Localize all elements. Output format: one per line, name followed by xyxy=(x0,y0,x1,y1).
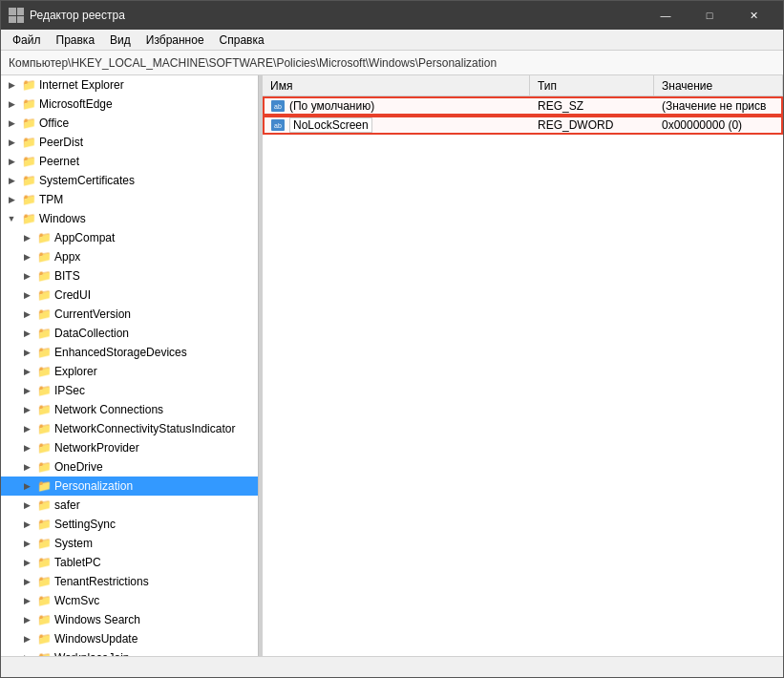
expand-icon-microsoftedge[interactable] xyxy=(5,97,18,111)
folder-icon-windowssearch: 📁 xyxy=(36,613,52,626)
expand-icon-system[interactable] xyxy=(20,537,33,550)
col-header-type[interactable]: Тип xyxy=(530,75,654,95)
tree-item-currentversion[interactable]: 📁CurrentVersion xyxy=(1,305,258,324)
expand-icon-appx[interactable] xyxy=(20,250,33,264)
expand-icon-settingsync[interactable] xyxy=(20,518,33,531)
expand-icon-ipsec[interactable] xyxy=(20,384,33,397)
expand-icon-onedrive[interactable] xyxy=(20,460,33,474)
expand-icon-office[interactable] xyxy=(5,117,18,130)
expand-icon-wcmsvc[interactable] xyxy=(20,594,33,607)
tree-label-appx: Appx xyxy=(54,250,80,264)
expand-icon-datacollection[interactable] xyxy=(20,327,33,340)
tree-item-wcmsvc[interactable]: 📁WcmSvc xyxy=(1,591,258,610)
expand-icon-enhancedstoragedevices[interactable] xyxy=(20,346,33,359)
tree-item-microsoftedge[interactable]: 📁MicrosoftEdge xyxy=(1,95,258,114)
details-rows: ab(По умолчанию)REG_SZ(Значение не присв… xyxy=(263,96,783,656)
tree-label-networkconnections: Network Connections xyxy=(54,403,163,416)
tree-label-bits: BITS xyxy=(54,269,80,283)
expand-icon-credui[interactable] xyxy=(20,288,33,302)
tree-label-settingsync: SettingSync xyxy=(54,518,116,531)
tree-item-appcompat[interactable]: 📁AppCompat xyxy=(1,228,258,247)
expand-icon-peernet[interactable] xyxy=(5,155,18,168)
tree-label-datacollection: DataCollection xyxy=(54,327,129,340)
expand-icon-tabletpc[interactable] xyxy=(20,556,33,569)
tree-item-networkprovider[interactable]: 📁NetworkProvider xyxy=(1,438,258,457)
folder-icon-microsoftedge: 📁 xyxy=(21,97,36,111)
tree-pane[interactable]: 📁Internet Explorer📁MicrosoftEdge📁Office📁… xyxy=(1,75,259,656)
tree-item-onedrive[interactable]: 📁OneDrive xyxy=(1,457,258,477)
tree-item-tabletpc[interactable]: 📁TabletPC xyxy=(1,553,258,572)
folder-icon-tpm: 📁 xyxy=(21,193,36,206)
tree-item-windowsupdate[interactable]: 📁WindowsUpdate xyxy=(1,629,258,648)
expand-icon-peerdist[interactable] xyxy=(5,136,18,149)
expand-icon-tenantrestrictions[interactable] xyxy=(20,575,33,588)
tree-item-networkconnectivitystatusindicator[interactable]: 📁NetworkConnectivityStatusIndicator xyxy=(1,419,258,438)
tree-item-personalization[interactable]: 📁Personalization xyxy=(1,477,258,496)
menu-edit[interactable]: Правка xyxy=(49,32,103,49)
tree-item-networkconnections[interactable]: 📁Network Connections xyxy=(1,400,258,419)
details-row-default[interactable]: ab(По умолчанию)REG_SZ(Значение не присв xyxy=(263,96,783,116)
expand-icon-internet-explorer[interactable] xyxy=(5,78,18,92)
cell-type-default: REG_SZ xyxy=(530,99,654,113)
tree-item-tenantrestrictions[interactable]: 📁TenantRestrictions xyxy=(1,572,258,591)
expand-icon-networkconnections[interactable] xyxy=(20,403,33,416)
main-content: 📁Internet Explorer📁MicrosoftEdge📁Office📁… xyxy=(1,75,783,656)
menu-favorites[interactable]: Избранное xyxy=(138,32,212,49)
tree-item-peerdist[interactable]: 📁PeerDist xyxy=(1,133,258,152)
name-text-nolockscreen: NoLockScreen xyxy=(289,117,372,133)
tree-item-appx[interactable]: 📁Appx xyxy=(1,247,258,266)
tree-label-system: System xyxy=(54,537,93,550)
menu-file[interactable]: Файл xyxy=(5,32,49,49)
details-row-nolockscreen[interactable]: abNoLockScreenREG_DWORD0x00000000 (0) xyxy=(263,116,783,135)
expand-icon-bits[interactable] xyxy=(20,269,33,283)
expand-icon-windowsupdate[interactable] xyxy=(20,632,33,646)
titlebar: Редактор реестра — □ ✕ xyxy=(1,1,783,30)
tree-item-datacollection[interactable]: 📁DataCollection xyxy=(1,324,258,343)
expand-icon-networkconnectivitystatusindicator[interactable] xyxy=(20,422,33,435)
tree-item-enhancedstoragedevices[interactable]: 📁EnhancedStorageDevices xyxy=(1,343,258,362)
expand-icon-networkprovider[interactable] xyxy=(20,441,33,455)
expand-icon-currentversion[interactable] xyxy=(20,307,33,321)
tree-item-tpm[interactable]: 📁TPM xyxy=(1,190,258,209)
tree-item-office[interactable]: 📁Office xyxy=(1,114,258,133)
folder-icon-bits: 📁 xyxy=(36,269,52,283)
tree-item-safer[interactable]: 📁safer xyxy=(1,496,258,515)
tree-item-settingsync[interactable]: 📁SettingSync xyxy=(1,515,258,534)
maximize-button[interactable]: □ xyxy=(688,1,731,30)
expand-icon-safer[interactable] xyxy=(20,498,33,512)
expand-icon-tpm[interactable] xyxy=(5,193,18,206)
folder-icon-appx: 📁 xyxy=(36,250,52,264)
tree-item-ipsec[interactable]: 📁IPSec xyxy=(1,381,258,400)
tree-item-bits[interactable]: 📁BITS xyxy=(1,266,258,286)
col-header-value[interactable]: Значение xyxy=(654,75,783,95)
name-text-default: (По умолчанию) xyxy=(289,99,374,113)
expand-icon-explorer[interactable] xyxy=(20,365,33,378)
tree-item-credui[interactable]: 📁CredUI xyxy=(1,286,258,305)
tree-item-explorer[interactable]: 📁Explorer xyxy=(1,362,258,381)
expand-icon-systemcertificates[interactable] xyxy=(5,174,18,187)
expand-icon-personalization[interactable] xyxy=(20,479,33,493)
close-button[interactable]: ✕ xyxy=(731,1,775,30)
menu-view[interactable]: Вид xyxy=(102,32,138,49)
menu-help[interactable]: Справка xyxy=(212,32,272,49)
tree-item-workplacejoin[interactable]: 📁WorkplaceJoin xyxy=(1,648,258,656)
tree-label-appcompat: AppCompat xyxy=(54,231,115,244)
addressbar: Компьютер\HKEY_LOCAL_MACHINE\SOFTWARE\Po… xyxy=(1,51,783,75)
folder-icon-personalization: 📁 xyxy=(36,479,52,493)
tree-label-credui: CredUI xyxy=(54,288,91,302)
tree-item-windows[interactable]: 📁Windows xyxy=(1,209,258,228)
tree-item-systemcertificates[interactable]: 📁SystemCertificates xyxy=(1,171,258,190)
tree-label-onedrive: OneDrive xyxy=(54,460,103,474)
minimize-button[interactable]: — xyxy=(644,1,688,30)
tree-item-internet-explorer[interactable]: 📁Internet Explorer xyxy=(1,75,258,95)
folder-icon-currentversion: 📁 xyxy=(36,307,52,321)
tree-label-peernet: Peernet xyxy=(39,155,79,168)
tree-item-windowssearch[interactable]: 📁Windows Search xyxy=(1,610,258,629)
tree-item-peernet[interactable]: 📁Peernet xyxy=(1,152,258,171)
expand-icon-windows[interactable] xyxy=(5,212,18,225)
tree-label-wcmsvc: WcmSvc xyxy=(54,594,99,607)
col-header-name[interactable]: Имя xyxy=(263,75,530,95)
tree-item-system[interactable]: 📁System xyxy=(1,534,258,553)
expand-icon-windowssearch[interactable] xyxy=(20,613,33,626)
expand-icon-appcompat[interactable] xyxy=(20,231,33,244)
